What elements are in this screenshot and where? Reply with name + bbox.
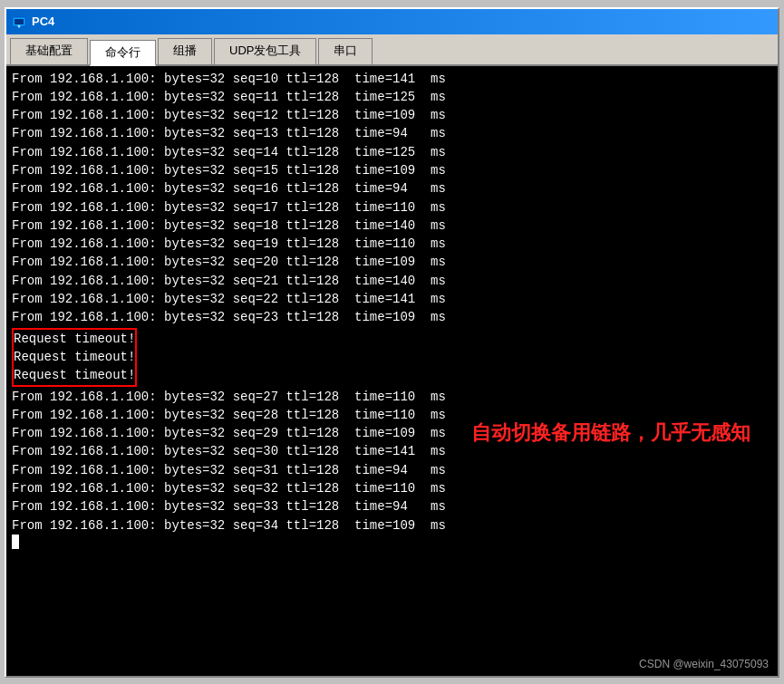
- terminal-lines-before: From 192.168.1.100: bytes=32 seq=10 ttl=…: [12, 70, 772, 327]
- line-3: From 192.168.1.100: bytes=32 seq=12 ttl=…: [12, 106, 772, 124]
- watermark: CSDN @weixin_43075093: [639, 658, 769, 670]
- window-title: PC4: [32, 14, 772, 28]
- title-bar: PC4: [6, 9, 778, 34]
- line-7: From 192.168.1.100: bytes=32 seq=16 ttl=…: [12, 179, 772, 197]
- timeout-line-1: Request timeout!: [14, 330, 135, 348]
- line-after-1: From 192.168.1.100: bytes=32 seq=27 ttl=…: [12, 388, 772, 406]
- cursor-line: [12, 535, 772, 549]
- tab-serial[interactable]: 串口: [318, 38, 373, 64]
- line-4: From 192.168.1.100: bytes=32 seq=13 ttl=…: [12, 124, 772, 142]
- line-2: From 192.168.1.100: bytes=32 seq=11 ttl=…: [12, 88, 772, 106]
- line-11: From 192.168.1.100: bytes=32 seq=20 ttl=…: [12, 253, 772, 271]
- line-13: From 192.168.1.100: bytes=32 seq=22 ttl=…: [12, 290, 772, 308]
- line-1: From 192.168.1.100: bytes=32 seq=10 ttl=…: [12, 70, 772, 88]
- terminal-content[interactable]: From 192.168.1.100: bytes=32 seq=10 ttl=…: [6, 66, 778, 676]
- terminal-cursor: [12, 535, 19, 549]
- tab-udp-tool[interactable]: UDP发包工具: [214, 38, 316, 64]
- window-icon: [12, 14, 26, 29]
- annotation-text: 自动切换备用链路，几乎无感知: [471, 419, 750, 447]
- terminal-lines-after: From 192.168.1.100: bytes=32 seq=27 ttl=…: [12, 388, 772, 535]
- line-after-8: From 192.168.1.100: bytes=32 seq=34 ttl=…: [12, 516, 772, 535]
- timeout-line-3: Request timeout!: [14, 366, 135, 384]
- line-after-6: From 192.168.1.100: bytes=32 seq=32 ttl=…: [12, 479, 772, 497]
- tabs-bar: 基础配置 命令行 组播 UDP发包工具 串口: [6, 34, 778, 66]
- tab-multicast[interactable]: 组播: [158, 38, 212, 64]
- line-6: From 192.168.1.100: bytes=32 seq=15 ttl=…: [12, 161, 772, 179]
- line-5: From 192.168.1.100: bytes=32 seq=14 ttl=…: [12, 143, 772, 161]
- timeout-section: Request timeout! Request timeout! Reques…: [12, 328, 137, 387]
- line-after-7: From 192.168.1.100: bytes=32 seq=33 ttl=…: [12, 497, 772, 515]
- svg-point-2: [18, 24, 21, 27]
- tab-command-line[interactable]: 命令行: [90, 40, 156, 66]
- line-12: From 192.168.1.100: bytes=32 seq=21 ttl=…: [12, 272, 772, 290]
- line-8: From 192.168.1.100: bytes=32 seq=17 ttl=…: [12, 198, 772, 217]
- timeout-line-2: Request timeout!: [14, 348, 135, 366]
- line-after-5: From 192.168.1.100: bytes=32 seq=31 ttl=…: [12, 461, 772, 479]
- svg-rect-1: [15, 19, 24, 24]
- line-14: From 192.168.1.100: bytes=32 seq=23 ttl=…: [12, 308, 772, 326]
- main-window: PC4 基础配置 命令行 组播 UDP发包工具 串口 From 192.168.…: [5, 7, 779, 678]
- tab-basic-config[interactable]: 基础配置: [10, 38, 88, 64]
- line-9: From 192.168.1.100: bytes=32 seq=18 ttl=…: [12, 217, 772, 235]
- line-10: From 192.168.1.100: bytes=32 seq=19 ttl=…: [12, 235, 772, 253]
